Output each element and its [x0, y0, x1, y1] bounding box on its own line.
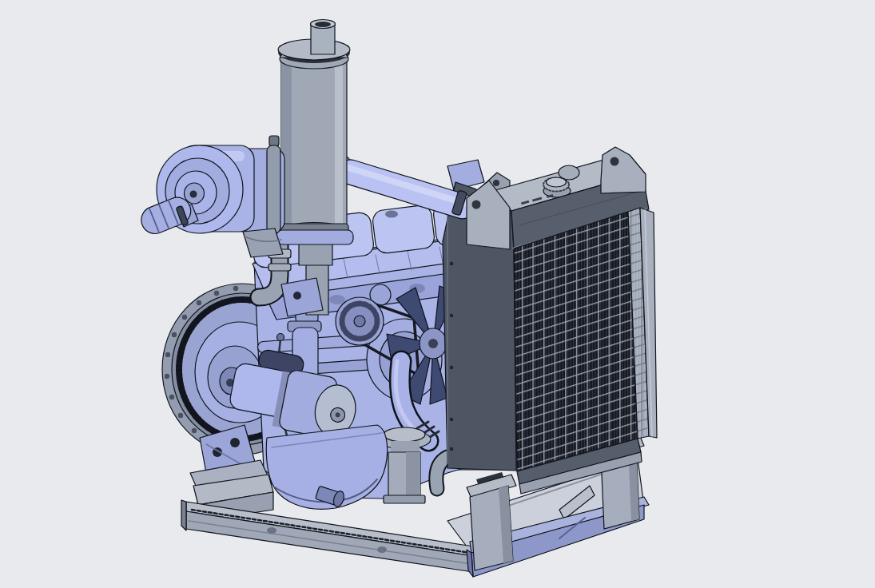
muffler[interactable] [276, 20, 353, 266]
bracket-hole [611, 157, 619, 166]
rail-hole [267, 527, 276, 534]
bracket-hole [493, 180, 499, 186]
dipstick-handle [277, 334, 284, 341]
muffler-collar [276, 230, 353, 244]
overflow-dome [559, 165, 579, 180]
support-column-shade [406, 452, 420, 499]
fan-hub-bolt [428, 339, 438, 348]
clamp-ring [267, 145, 280, 233]
outlet-pipe-bore [315, 22, 331, 27]
support-collar-top [384, 427, 425, 442]
mount-plate-hole [293, 292, 301, 300]
radiator-core-grille [514, 212, 638, 471]
cad-viewport-stage [0, 0, 875, 588]
support-base [384, 495, 425, 503]
mount-hole [230, 438, 240, 447]
dome-wing-nut [190, 191, 197, 198]
rail-end-cap [181, 500, 186, 530]
muffler-highlight [335, 58, 343, 233]
radiator-cap[interactable] [547, 177, 567, 187]
valve-cover [372, 205, 436, 255]
cad-viewport[interactable] [0, 0, 875, 588]
rail-hole [377, 546, 387, 553]
alternator-pulley [354, 316, 365, 327]
intake-clamp-lower [268, 264, 291, 271]
bracket-hole [472, 201, 481, 209]
clamp-tab [269, 136, 279, 146]
mount-plate [281, 278, 323, 316]
